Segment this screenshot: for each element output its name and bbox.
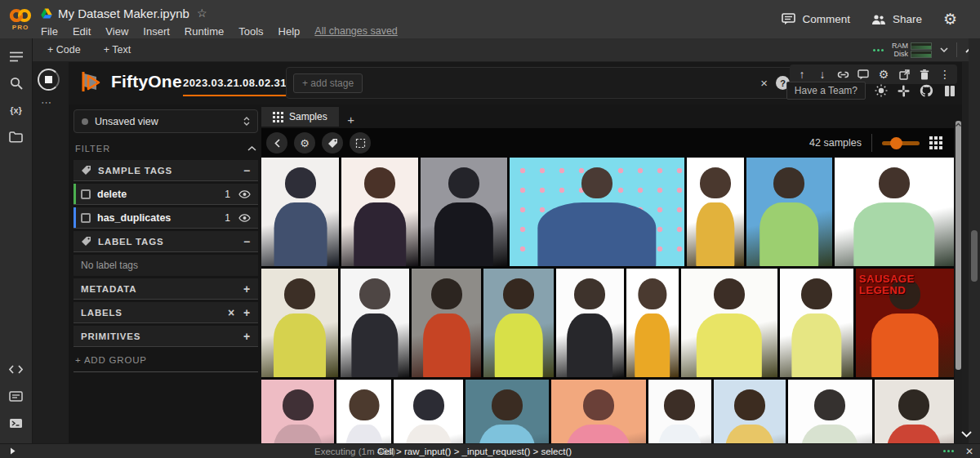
page-scrollbar[interactable] [969,38,980,443]
open-in-tab-icon[interactable] [897,67,911,82]
tab-samples[interactable]: Samples [261,107,339,127]
add-text-button[interactable]: + Text [96,42,139,57]
cell-more-icon[interactable]: ⋯ [41,96,53,109]
close-status-icon[interactable]: ✕ [965,446,973,457]
sample-tags-header[interactable]: SAMPLE TAGS − [74,160,258,181]
back-button[interactable] [266,132,287,153]
tag-row-has-duplicates[interactable]: has_duplicates 1 [74,207,258,229]
sample-image-chibi-crying-girl-duck[interactable] [681,269,777,377]
grid-view-icon[interactable] [929,136,942,149]
saved-view-selector[interactable]: Unsaved view [74,109,258,133]
search-icon[interactable] [8,75,24,91]
comment-button[interactable]: Comment [782,13,850,25]
table-of-contents-icon[interactable] [8,48,24,64]
add-code-button[interactable]: + Code [39,42,89,57]
view-stage-bar[interactable]: + add stage × ? [286,67,799,99]
tag-checkbox[interactable] [81,189,91,199]
docs-book-icon[interactable] [942,83,957,99]
eye-icon[interactable] [238,190,251,198]
label-tags-header[interactable]: LABEL TAGS − [74,231,258,252]
sample-image-girl-black-croptop-gray[interactable] [421,158,507,266]
grid-scrollbar[interactable] [955,121,962,443]
collapse-icon[interactable]: − [243,235,251,248]
execution-trace[interactable]: Cell > raw_input() > _input_request() > … [377,447,572,456]
menu-tools[interactable]: Tools [238,25,263,38]
share-button[interactable]: Share [871,13,922,25]
cell-comment-icon[interactable] [856,67,871,82]
sample-image-girl-popsicle[interactable] [788,380,872,443]
command-palette-icon[interactable] [8,388,24,404]
grid-zoom-slider[interactable] [882,137,920,149]
code-snippets-icon[interactable] [8,361,24,377]
sample-image-girl-white-shirt[interactable] [648,380,711,443]
jump-to-bottom-icon[interactable] [961,431,972,438]
sample-image-girl-at-door[interactable] [483,269,554,377]
sample-image-sausage-legend-poster[interactable]: SAUSAGE LEGEND [856,269,954,377]
clear-icon[interactable]: × [228,306,235,319]
sample-image-sunset-swim-girl[interactable] [551,380,646,443]
sample-image-girl-black-tank[interactable] [556,269,623,377]
metadata-header[interactable]: METADATA + [74,278,258,300]
sample-image-maid-black-white[interactable] [341,269,409,377]
sample-image-sporty-girl-frying-pan[interactable] [261,269,338,377]
grid-scrollbar-handle[interactable] [956,121,961,370]
primitives-header[interactable]: PRIMITIVES + [74,326,258,347]
settings-gear-icon[interactable]: ⚙ [943,10,957,29]
add-stage-input[interactable]: + add stage [293,73,363,93]
dataset-version[interactable]: 2023.03.21.08.02.31 [183,77,287,96]
sample-image-boyish-girl-polkadot-cyan[interactable] [510,158,684,266]
cell-more-actions-icon[interactable]: ⋮ [938,67,952,82]
sidebar-scroll-up-icon[interactable] [247,146,256,151]
sample-image-girl-yellow-tee[interactable] [780,269,853,377]
menu-edit[interactable]: Edit [73,25,91,38]
move-cell-down-icon[interactable]: ↓ [815,67,830,82]
expand-icon[interactable]: + [243,306,251,319]
colab-logo[interactable]: PRO [0,0,41,38]
clear-stages-icon[interactable]: × [752,76,776,90]
sample-image-girl-white-blouse[interactable] [336,380,391,443]
slack-icon[interactable] [896,83,911,99]
sample-image-anime-maid-girl-white-bg[interactable] [261,158,339,266]
link-cell-icon[interactable] [835,67,850,82]
variables-icon[interactable]: {x} [8,102,24,118]
cell-settings-icon[interactable]: ⚙ [876,67,891,82]
sample-image-girl-green-shirt-cap[interactable] [835,158,954,266]
delete-cell-icon[interactable] [917,67,932,82]
menu-file[interactable]: File [41,25,58,38]
brightness-icon[interactable] [873,83,889,99]
grid-settings-button[interactable]: ⚙ [294,132,315,153]
have-a-team-button[interactable]: Have a Team? [786,82,866,100]
menu-help[interactable]: Help [278,25,301,38]
resource-monitor[interactable]: RAM Disk [892,42,932,58]
status-play-icon[interactable] [10,447,16,455]
sample-image-blue-hood-girl[interactable] [466,380,549,443]
tag-samples-button[interactable] [322,132,343,153]
new-space-button[interactable]: + [339,113,363,127]
sample-image-girl-red-white-cap[interactable] [875,380,954,443]
terminal-icon[interactable] [8,415,24,431]
sample-image-pink-pillow-girl[interactable] [261,380,334,443]
notebook-title[interactable]: My Dataset Maker.ipynb [58,7,189,20]
sample-image-duck-hoodie-girl[interactable] [626,269,679,377]
tag-row-delete[interactable]: delete 1 [74,184,258,205]
star-icon[interactable]: ☆ [197,7,207,20]
menu-view[interactable]: View [105,25,128,38]
collapse-icon[interactable]: − [243,164,251,177]
tag-checkbox[interactable] [81,213,91,223]
sample-image-girl-red-qipao[interactable] [412,269,481,377]
sample-image-cat-ear-chibi[interactable] [394,380,462,443]
files-icon[interactable] [8,129,24,145]
add-group-button[interactable]: + ADD GROUP [74,355,258,372]
move-cell-up-icon[interactable]: ↑ [795,67,809,82]
scroll-up-icon[interactable] [955,122,962,127]
expand-icon[interactable]: + [243,282,251,296]
autosave-status[interactable]: All changes saved [314,25,397,37]
sample-image-straw-hat-sunflowers[interactable] [714,380,786,443]
sample-image-girl-black-dress-beret[interactable] [341,158,417,266]
expand-icon[interactable]: + [243,330,251,343]
labels-header[interactable]: LABELS × + [74,302,258,323]
menu-insert[interactable]: Insert [143,25,170,38]
select-samples-button[interactable] [350,132,371,153]
github-icon[interactable] [919,83,934,99]
sample-image-girl-city-rooftop[interactable] [746,158,832,266]
